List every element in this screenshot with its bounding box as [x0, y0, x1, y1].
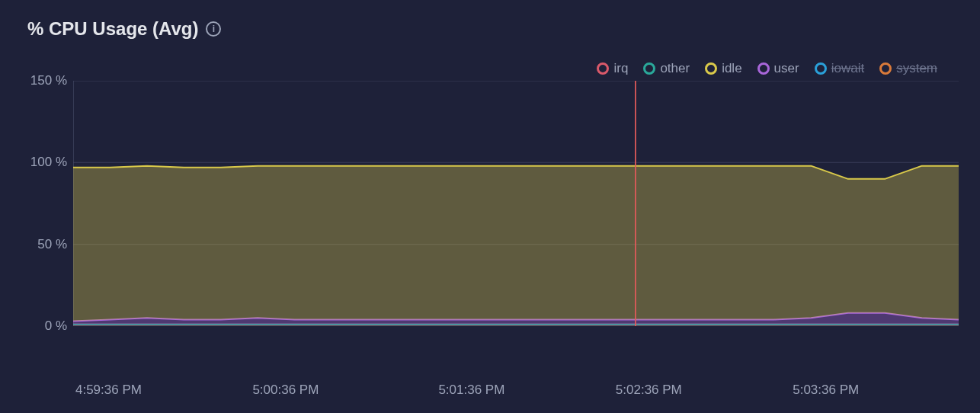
panel-title: % CPU Usage (Avg) — [27, 18, 198, 40]
x-tick-label: 5:03:36 PM — [793, 383, 859, 398]
legend-swatch-icon — [597, 62, 609, 75]
y-tick-label: 150 % — [30, 73, 67, 88]
legend-item-system[interactable]: system — [879, 61, 937, 76]
legend-label: idle — [722, 61, 741, 76]
chart-svg — [73, 81, 959, 326]
x-tick-label: 4:59:36 PM — [75, 383, 142, 398]
plot-area[interactable] — [73, 81, 959, 326]
area-idle — [73, 166, 959, 322]
legend-item-user[interactable]: user — [757, 61, 799, 76]
y-axis: 150 %100 %50 %0 % — [21, 81, 73, 375]
x-tick-label: 5:00:36 PM — [252, 383, 319, 398]
x-axis: 4:59:36 PM5:00:36 PM5:01:36 PM5:02:36 PM… — [73, 383, 959, 401]
legend-label: other — [660, 61, 690, 76]
panel-header: % CPU Usage (Avg) i — [21, 18, 959, 40]
legend-item-idle[interactable]: idle — [705, 61, 741, 76]
y-tick-label: 50 % — [37, 237, 67, 252]
legend-item-other[interactable]: other — [643, 61, 690, 76]
y-tick-label: 100 % — [30, 155, 67, 170]
legend-label: irq — [613, 61, 628, 76]
legend-label: user — [774, 61, 799, 76]
legend-swatch-icon — [757, 62, 770, 75]
chart-legend: irqotheridleuseriowaitsystem — [21, 61, 959, 76]
legend-item-iowait[interactable]: iowait — [815, 61, 864, 76]
y-tick-label: 0 % — [45, 319, 67, 334]
x-tick-label: 5:01:36 PM — [438, 383, 504, 398]
chart-body: 150 %100 %50 %0 % — [21, 81, 959, 375]
info-icon[interactable]: i — [206, 21, 221, 37]
legend-label: iowait — [831, 61, 864, 76]
legend-swatch-icon — [643, 62, 655, 75]
legend-item-irq[interactable]: irq — [597, 61, 628, 76]
legend-swatch-icon — [879, 62, 892, 75]
cpu-usage-panel: % CPU Usage (Avg) i irqotheridleuseriowa… — [0, 0, 980, 413]
x-tick-label: 5:02:36 PM — [616, 383, 682, 398]
legend-label: system — [896, 61, 937, 76]
legend-swatch-icon — [815, 62, 827, 75]
legend-swatch-icon — [705, 62, 717, 75]
